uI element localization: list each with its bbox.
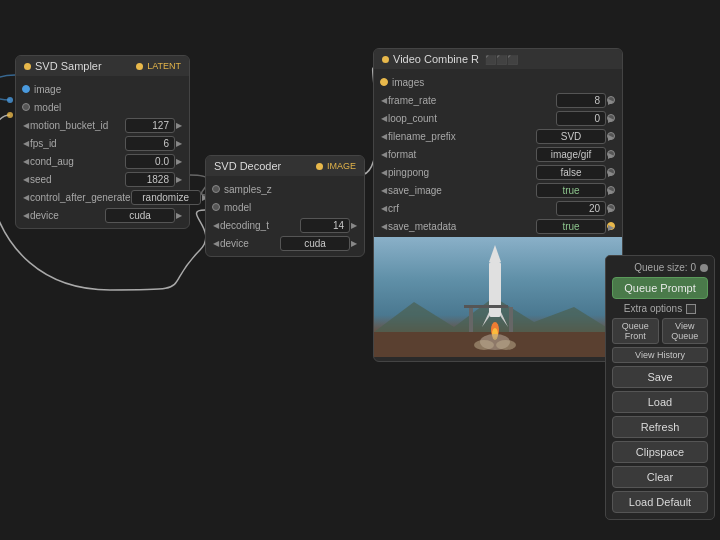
load-button[interactable]: Load — [612, 391, 708, 413]
format-value[interactable]: image/gif — [536, 147, 606, 162]
arr-right[interactable]: ▶ — [176, 211, 182, 220]
queue-prompt-button[interactable]: Queue Prompt — [612, 277, 708, 299]
format-label: format — [388, 149, 536, 160]
queue-dot — [700, 264, 708, 272]
arr-right[interactable]: ▶ — [607, 114, 615, 122]
view-queue-button[interactable]: View Queue — [662, 318, 709, 344]
fps-label: fps_id — [30, 138, 125, 149]
arr-right[interactable]: ▶ — [607, 168, 615, 176]
svg-rect-15 — [509, 307, 513, 332]
filename-label: filename_prefix — [388, 131, 536, 142]
node-status-dot — [24, 63, 31, 70]
arr-left[interactable]: ◀ — [23, 193, 29, 202]
node-row-motion-bucket: ◀ motion_bucket_id 127 ▶ — [16, 116, 189, 134]
arr-right[interactable]: ▶ — [351, 239, 357, 248]
loop-count-value[interactable]: 0 — [556, 111, 606, 126]
load-default-button[interactable]: Load Default — [612, 491, 708, 513]
arr-right[interactable]: ▶ — [607, 150, 615, 158]
output-label: LATENT — [147, 61, 181, 71]
arr-right[interactable]: ▶ — [607, 204, 615, 212]
arr-right[interactable]: ▶ — [607, 186, 615, 194]
device-dec-value[interactable]: cuda — [280, 236, 350, 251]
samples-connector[interactable] — [212, 185, 220, 193]
images-connector[interactable] — [380, 78, 388, 86]
extra-options-checkbox[interactable] — [686, 304, 696, 314]
clipspace-button[interactable]: Clipspace — [612, 441, 708, 463]
arr-right[interactable]: ▶ — [351, 221, 357, 230]
node-row-control-after: ◀ control_after_generate randomize ▶ — [16, 188, 189, 206]
svd-sampler-header: SVD Sampler LATENT — [16, 56, 189, 76]
rocket-svg — [374, 237, 622, 357]
save-button[interactable]: Save — [612, 366, 708, 388]
right-panel: Queue size: 0 Queue Prompt Extra options… — [605, 255, 715, 520]
arr-left[interactable]: ◀ — [213, 239, 219, 248]
cond-aug-value[interactable]: 0.0 — [125, 154, 175, 169]
arr-right[interactable]: ▶ — [176, 139, 182, 148]
seed-value[interactable]: 1828 — [125, 172, 175, 187]
seed-label: seed — [30, 174, 125, 185]
control-after-value[interactable]: randomize — [131, 190, 201, 205]
vc-row-frame-rate: ◀ frame_rate 8 ▶ — [374, 91, 622, 109]
svd-sampler-body: image model ◀ motion_bucket_id 127 ▶ ◀ f… — [16, 76, 189, 228]
frame-rate-value[interactable]: 8 — [556, 93, 606, 108]
crf-label: crf — [388, 203, 556, 214]
model-dec-connector[interactable] — [212, 203, 220, 211]
arr-left[interactable]: ◀ — [381, 222, 387, 231]
queue-size-row: Queue size: 0 — [612, 262, 708, 273]
small-buttons-row: Queue Front View Queue — [612, 318, 708, 344]
svd-sampler-title: SVD Sampler — [35, 60, 102, 72]
arr-left[interactable]: ◀ — [381, 186, 387, 195]
arr-right[interactable]: ▶ — [176, 157, 182, 166]
arr-left[interactable]: ◀ — [381, 96, 387, 105]
fps-value[interactable]: 6 — [125, 136, 175, 151]
arr-left[interactable]: ◀ — [381, 168, 387, 177]
pingpong-value[interactable]: false — [536, 165, 606, 180]
queue-front-button[interactable]: Queue Front — [612, 318, 659, 344]
svd-decoder-title: SVD Decoder — [214, 160, 281, 172]
model-connector[interactable] — [22, 103, 30, 111]
clear-button[interactable]: Clear — [612, 466, 708, 488]
motion-bucket-value[interactable]: 127 — [125, 118, 175, 133]
arr-right[interactable]: ▶ — [176, 121, 182, 130]
arr-left[interactable]: ◀ — [213, 221, 219, 230]
arr-right[interactable]: ▶ — [607, 132, 615, 140]
extra-options-label: Extra options — [624, 303, 682, 314]
node-row-device-dec: ◀ device cuda ▶ — [206, 234, 364, 252]
arr-left[interactable]: ◀ — [23, 175, 29, 184]
node-row-seed: ◀ seed 1828 ▶ — [16, 170, 189, 188]
crf-value[interactable]: 20 — [556, 201, 606, 216]
decoding-label: decoding_t — [220, 220, 300, 231]
save-metadata-value[interactable]: true — [536, 219, 606, 234]
node-canvas[interactable]: SVD Sampler LATENT image model ◀ motion_… — [0, 0, 720, 540]
arr-left[interactable]: ◀ — [381, 204, 387, 213]
arr-left[interactable]: ◀ — [23, 157, 29, 166]
view-history-row: View History — [612, 347, 708, 363]
arr-right[interactable]: ▶ — [607, 96, 615, 104]
view-history-button[interactable]: View History — [612, 347, 708, 363]
arr-right[interactable]: ▶ — [607, 222, 615, 230]
arr-left[interactable]: ◀ — [23, 139, 29, 148]
image-connector[interactable] — [22, 85, 30, 93]
arr-left[interactable]: ◀ — [23, 211, 29, 220]
samples-label: samples_z — [224, 184, 358, 195]
filename-value[interactable]: SVD — [536, 129, 606, 144]
vc-row-filename: ◀ filename_prefix SVD ▶ — [374, 127, 622, 145]
device-value[interactable]: cuda — [105, 208, 175, 223]
arr-left[interactable]: ◀ — [23, 121, 29, 130]
arr-left[interactable]: ◀ — [381, 114, 387, 123]
save-image-value[interactable]: true — [536, 183, 606, 198]
node-row-decoding: ◀ decoding_t 14 ▶ — [206, 216, 364, 234]
arr-right[interactable]: ▶ — [176, 175, 182, 184]
video-preview — [374, 237, 622, 357]
vc-icons: ⬛⬛⬛ — [485, 53, 518, 65]
svg-rect-5 — [489, 262, 501, 317]
extra-options-row: Extra options — [612, 303, 708, 314]
decoding-value[interactable]: 14 — [300, 218, 350, 233]
svg-rect-14 — [469, 307, 473, 332]
arr-left[interactable]: ◀ — [381, 150, 387, 159]
vc-row-save-image: ◀ save_image true ▶ — [374, 181, 622, 199]
frame-rate-label: frame_rate — [388, 95, 556, 106]
pingpong-label: pingpong — [388, 167, 536, 178]
arr-left[interactable]: ◀ — [381, 132, 387, 141]
refresh-button[interactable]: Refresh — [612, 416, 708, 438]
